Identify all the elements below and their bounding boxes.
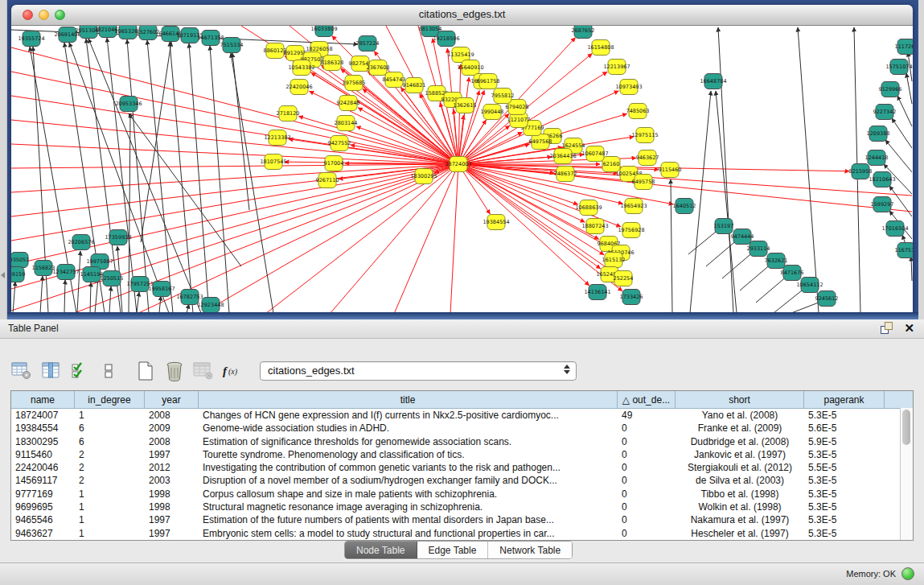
- graph-node[interactable]: 1117264: [895, 39, 913, 55]
- column-header-title[interactable]: title: [199, 391, 618, 408]
- cell-out_de[interactable]: 0: [618, 513, 676, 526]
- graph-node[interactable]: 9227342: [873, 105, 897, 120]
- cell-in_degree[interactable]: 2: [75, 461, 145, 474]
- network-canvas[interactable]: 1935572420691406205130461821046310653267…: [11, 26, 913, 313]
- graph-node[interactable]: 62160: [602, 157, 620, 172]
- table-selector-combo[interactable]: citations_edges.txt: [260, 361, 577, 381]
- cell-title[interactable]: Estimation of significance thresholds fo…: [199, 435, 618, 448]
- cell-title[interactable]: Corpus callosum shape and size in male p…: [199, 488, 618, 501]
- graph-node[interactable]: 12213383: [264, 130, 290, 146]
- cell-title[interactable]: Embryonic stem cells: a model to study s…: [199, 527, 618, 540]
- cell-pagerank[interactable]: 5.3E-5: [804, 501, 885, 513]
- cell-in_degree[interactable]: 1: [75, 513, 145, 526]
- cell-pagerank[interactable]: 5.6E-5: [804, 422, 885, 435]
- float-window-icon[interactable]: [881, 322, 893, 334]
- graph-node[interactable]: 1156823: [32, 261, 55, 276]
- graph-node[interactable]: 19756928: [618, 223, 644, 238]
- graph-node[interactable]: 6497568: [529, 134, 552, 150]
- cell-out_de[interactable]: 0: [618, 474, 676, 487]
- cell-short[interactable]: Tibbo et al. (1998): [676, 488, 804, 501]
- cell-out_de[interactable]: 49: [618, 409, 676, 422]
- cell-title[interactable]: Genome-wide association studies in ADHD.: [199, 422, 618, 435]
- cell-pagerank[interactable]: 5.9E-5: [804, 435, 885, 448]
- table-row[interactable]: 911546021997Tourette syndrome. Phenomeno…: [11, 448, 913, 461]
- cell-title[interactable]: Investigating the contribution of common…: [199, 461, 618, 474]
- graph-node[interactable]: 10973493: [615, 80, 642, 95]
- column-header-pagerank[interactable]: pagerank: [804, 391, 885, 408]
- graph-node[interactable]: 16033809: [310, 26, 337, 37]
- cell-name[interactable]: 9777169: [11, 488, 75, 501]
- graph-node[interactable]: 9267110: [316, 173, 339, 188]
- cell-year[interactable]: 1997: [145, 513, 199, 526]
- cell-short[interactable]: Yano et al. (2008): [676, 409, 804, 422]
- cell-year[interactable]: 1997: [145, 527, 199, 540]
- graph-node[interactable]: 939159: [11, 267, 25, 282]
- graph-node[interactable]: 12342757: [52, 265, 79, 280]
- graph-node[interactable]: 252254: [614, 271, 634, 286]
- graph-node[interactable]: 9427552: [328, 136, 351, 151]
- tab-edge-table[interactable]: Edge Table: [417, 542, 489, 558]
- graph-node[interactable]: 1167533: [895, 243, 913, 258]
- cell-title[interactable]: Disruption of a novel member of a sodium…: [199, 474, 618, 487]
- graph-node[interactable]: 14136141: [584, 285, 610, 300]
- cell-in_degree[interactable]: 2: [75, 448, 145, 461]
- column-header-out_de[interactable]: △ out_de...: [618, 391, 676, 408]
- graph-node[interactable]: 20206576: [68, 235, 94, 250]
- graph-node[interactable]: 1250515: [101, 271, 124, 286]
- graph-node[interactable]: 16648784: [700, 74, 726, 89]
- cell-out_de[interactable]: 0: [618, 435, 676, 448]
- cell-name[interactable]: 9699695: [11, 501, 75, 513]
- graph-node[interactable]: 10688639: [575, 200, 602, 216]
- cell-short[interactable]: Stergiakouli et al. (2012): [676, 461, 804, 474]
- cell-in_degree[interactable]: 6: [75, 422, 145, 435]
- cell-title[interactable]: Estimation of the future numbers of pati…: [199, 513, 618, 526]
- cell-pagerank[interactable]: 5.3E-5: [804, 488, 885, 501]
- cell-short[interactable]: Jankovic et al. (1997): [676, 448, 804, 461]
- cell-short[interactable]: Dudbridge et al. (2008): [676, 435, 804, 448]
- graph-node[interactable]: 7486372: [554, 167, 577, 182]
- graph-node[interactable]: 20953346: [115, 97, 142, 112]
- graph-node[interactable]: 917004: [324, 156, 344, 171]
- cell-short[interactable]: de Silva et al. (2003): [676, 474, 804, 487]
- cell-out_de[interactable]: 0: [618, 422, 676, 435]
- graph-node[interactable]: 9245612: [815, 291, 839, 307]
- function-builder-icon[interactable]: f(x): [221, 360, 244, 382]
- cell-title[interactable]: Structural magnetic resonance image aver…: [199, 501, 618, 513]
- table-row[interactable]: 946554611997Estimation of the future num…: [11, 513, 913, 526]
- graph-node[interactable]: 7955812: [491, 89, 515, 104]
- vertical-scrollbar[interactable]: [900, 408, 913, 540]
- cell-in_degree[interactable]: 1: [75, 409, 145, 422]
- cell-out_de[interactable]: 0: [618, 488, 676, 501]
- select-rows-icon[interactable]: [68, 360, 91, 382]
- graph-node[interactable]: 2933114: [747, 241, 770, 257]
- new-table-icon[interactable]: [134, 360, 157, 382]
- graph-node[interactable]: 1990448: [481, 105, 504, 120]
- table-row[interactable]: 1872400712008Changes of HCN gene express…: [11, 409, 913, 422]
- cell-name[interactable]: 18300295: [11, 435, 75, 448]
- cell-name[interactable]: 14569117: [11, 474, 75, 487]
- cell-out_de[interactable]: 0: [618, 461, 676, 474]
- cell-short[interactable]: Franke et al. (2009): [676, 422, 804, 435]
- table-row[interactable]: 977716911998Corpus callosum shape and si…: [11, 488, 913, 501]
- column-visibility-icon[interactable]: [39, 360, 62, 382]
- cell-pagerank[interactable]: 5.3E-5: [804, 448, 885, 461]
- cell-year[interactable]: 2008: [145, 435, 199, 448]
- graph-node[interactable]: 1615132: [602, 253, 626, 268]
- row-height-icon[interactable]: [97, 360, 120, 382]
- graph-node[interactable]: 2687652: [572, 26, 595, 39]
- cell-name[interactable]: 9465546: [11, 513, 75, 526]
- column-header-year[interactable]: year: [145, 391, 199, 408]
- graph-node[interactable]: 9129966: [879, 82, 902, 97]
- graph-node[interactable]: 22420046: [285, 80, 312, 95]
- graph-node[interactable]: 1209388: [867, 126, 890, 142]
- cell-in_degree[interactable]: 1: [75, 527, 145, 540]
- cell-year[interactable]: 2008: [145, 409, 199, 422]
- graph-node[interactable]: 8186328: [321, 56, 344, 71]
- cell-short[interactable]: Wolkin et al. (1998): [676, 501, 804, 513]
- graph-node[interactable]: 9463627: [636, 150, 659, 166]
- graph-node[interactable]: 1599297: [871, 197, 894, 212]
- cell-year[interactable]: 1998: [145, 501, 199, 513]
- graph-node[interactable]: 1975685: [343, 76, 366, 91]
- cell-pagerank[interactable]: 5.3E-5: [804, 513, 885, 526]
- graph-node[interactable]: 19654923: [620, 199, 647, 214]
